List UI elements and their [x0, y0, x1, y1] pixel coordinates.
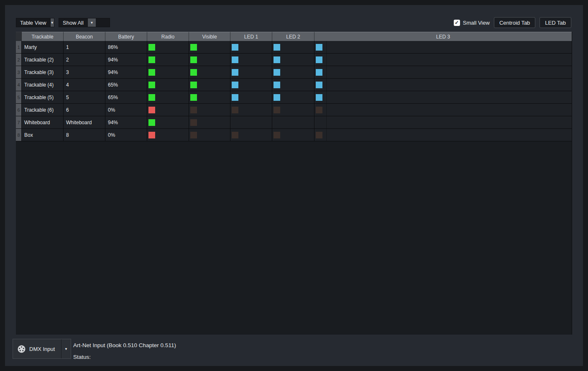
led3-indicator-square — [316, 132, 322, 138]
led3-cell[interactable] — [314, 79, 572, 91]
column-header-led2[interactable]: LED 2 — [272, 32, 314, 41]
view-mode-dropdown[interactable]: Table View ▼ — [16, 18, 54, 27]
led3-indicator-square — [316, 56, 322, 63]
view-mode-value: Table View — [16, 18, 50, 27]
radio-status-cell — [147, 104, 189, 116]
battery-cell: 86% — [105, 41, 147, 53]
column-header-radio[interactable]: Radio — [147, 32, 189, 41]
beacon-cell[interactable]: 8 — [64, 129, 105, 141]
small-view-toggle[interactable]: ✓ Small View — [454, 20, 490, 26]
table-row[interactable]: 1 Marty 1 86% — [16, 41, 572, 54]
trackable-name-cell[interactable]: Trackable (6) — [22, 104, 64, 116]
table-row[interactable]: 3 Trackable (3) 3 94% — [16, 66, 572, 79]
chevron-down-icon[interactable]: ▼ — [87, 18, 96, 27]
column-header-visible[interactable]: Visible — [189, 32, 230, 41]
column-header-led1[interactable]: LED 1 — [230, 32, 272, 41]
led3-cell[interactable] — [314, 104, 572, 116]
radio-indicator-square — [148, 69, 155, 76]
table-row[interactable]: 2 Trackable (2) 2 94% — [16, 54, 572, 66]
beacon-cell[interactable]: 5 — [64, 91, 105, 103]
led2-indicator-square — [274, 82, 280, 88]
led1-indicator-square — [232, 82, 238, 88]
filter-dropdown[interactable]: Show All ▼ — [59, 18, 110, 27]
led3-cell[interactable] — [314, 66, 572, 78]
led3-cell[interactable] — [314, 41, 572, 53]
led-tab-button[interactable]: LED Tab — [539, 17, 571, 28]
row-number: 2 — [16, 54, 22, 66]
table-row[interactable]: 8 Box 8 0% — [16, 129, 572, 141]
led2-cell[interactable] — [272, 66, 314, 78]
visible-status-cell — [189, 66, 230, 78]
led1-cell[interactable] — [230, 91, 272, 103]
toolbar-right-group: ✓ Small View Centroid Tab LED Tab — [454, 17, 571, 28]
led1-indicator-square — [232, 44, 238, 51]
trackable-name-cell[interactable]: Trackable (5) — [22, 91, 64, 103]
radio-status-cell — [147, 91, 189, 103]
led2-cell[interactable] — [272, 54, 314, 66]
led2-cell[interactable] — [272, 91, 314, 103]
led2-indicator-square — [274, 44, 280, 51]
led3-stub — [314, 66, 327, 78]
led1-cell[interactable] — [230, 129, 272, 141]
beacon-cell[interactable]: 3 — [64, 66, 105, 78]
column-header-battery[interactable]: Battery — [105, 32, 147, 41]
led1-indicator-square — [232, 107, 238, 113]
led2-indicator-square — [274, 107, 280, 113]
chevron-down-icon[interactable]: ▼ — [50, 18, 54, 27]
trackable-name-cell[interactable]: Box — [22, 129, 64, 141]
led3-cell[interactable] — [314, 91, 572, 103]
led2-cell[interactable] — [272, 104, 314, 116]
table-row[interactable]: 6 Trackable (6) 6 0% — [16, 104, 572, 116]
led2-cell[interactable] — [272, 79, 314, 91]
led2-cell[interactable] — [272, 116, 314, 128]
visible-indicator-square — [190, 56, 197, 63]
led1-cell[interactable] — [230, 104, 272, 116]
row-number: 4 — [16, 79, 22, 91]
led1-cell[interactable] — [230, 66, 272, 78]
led1-indicator-square — [232, 94, 238, 101]
table-row[interactable]: 4 Trackable (4) 4 65% — [16, 79, 572, 91]
led3-stub — [314, 41, 327, 53]
visible-status-cell — [189, 79, 230, 91]
table-row[interactable]: 5 Trackable (5) 5 65% — [16, 91, 572, 104]
led2-cell[interactable] — [272, 129, 314, 141]
dmx-connector-icon — [17, 345, 26, 353]
column-header-trackable[interactable]: Trackable — [22, 32, 64, 41]
led3-cell[interactable] — [314, 129, 572, 141]
trackables-table: Trackable Beacon Battery Radio Visible L… — [16, 32, 572, 335]
beacon-cell[interactable]: Whiteboard — [64, 116, 105, 128]
beacon-cell[interactable]: 6 — [64, 104, 105, 116]
radio-status-cell — [147, 116, 189, 128]
trackable-name-cell[interactable]: Trackable (3) — [22, 66, 64, 78]
led1-cell[interactable] — [230, 79, 272, 91]
led3-stub — [314, 91, 327, 103]
beacon-cell[interactable]: 2 — [64, 54, 105, 66]
artnet-input-line: Art-Net Input (Book 0.510 Chapter 0.511) — [73, 342, 176, 348]
visible-indicator-square — [190, 119, 197, 126]
led1-cell[interactable] — [230, 41, 272, 53]
beacon-cell[interactable]: 4 — [64, 79, 105, 91]
led3-cell[interactable] — [314, 54, 572, 66]
column-header-led3[interactable]: LED 3 — [314, 32, 572, 41]
trackable-name-cell[interactable]: Whiteboard — [22, 116, 64, 128]
dmx-input-dropdown[interactable]: DMX Input ▼ — [13, 339, 71, 359]
chevron-down-icon[interactable]: ▼ — [61, 339, 71, 358]
column-header-beacon[interactable]: Beacon — [64, 32, 105, 41]
trackable-name-cell[interactable]: Trackable (2) — [22, 54, 64, 66]
visible-status-cell — [189, 104, 230, 116]
led1-cell[interactable] — [230, 116, 272, 128]
radio-indicator-square — [148, 82, 155, 88]
led3-cell[interactable] — [314, 116, 572, 128]
led3-stub — [314, 116, 327, 128]
centroid-tab-button[interactable]: Centroid Tab — [494, 17, 535, 28]
led2-cell[interactable] — [272, 41, 314, 53]
dmx-input-main[interactable]: DMX Input — [13, 339, 61, 358]
trackable-name-cell[interactable]: Marty — [22, 41, 64, 53]
led1-cell[interactable] — [230, 54, 272, 66]
radio-status-cell — [147, 66, 189, 78]
small-view-checkbox[interactable]: ✓ — [454, 20, 460, 26]
beacon-cell[interactable]: 1 — [64, 41, 105, 53]
filter-value: Show All — [59, 18, 87, 27]
trackable-name-cell[interactable]: Trackable (4) — [22, 79, 64, 91]
table-row[interactable]: 7 Whiteboard Whiteboard 94% — [16, 116, 572, 129]
